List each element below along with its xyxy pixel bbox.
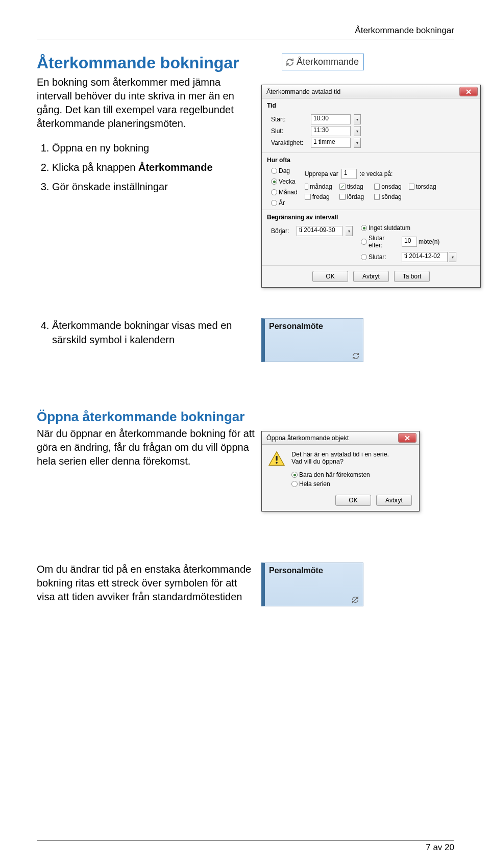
running-header: Återkommande bokningar	[37, 25, 454, 36]
lbl-son: söndag	[381, 193, 401, 200]
page-number: 7 av 20	[37, 843, 454, 853]
steps-list: Öppna en ny bokning Klicka på knappen Åt…	[37, 141, 256, 194]
intro-paragraph: En bokning som återkommer med jämna inte…	[37, 75, 256, 131]
recurring-icon	[352, 352, 360, 360]
label-vecka: Vecka	[279, 178, 296, 185]
chk-lor[interactable]	[339, 194, 346, 200]
lbl-lor: lördag	[347, 193, 364, 200]
radio-nolimit[interactable]	[361, 225, 367, 231]
svg-rect-0	[276, 456, 277, 461]
calendar-event-title: Personalmöte	[269, 322, 360, 331]
calendar-tile-exception[interactable]: Personalmöte	[261, 563, 363, 606]
section-open-heading: Öppna återkommande bokningar	[37, 409, 454, 425]
calendar-tile-recurring[interactable]: Personalmöte	[261, 318, 363, 362]
remove-button[interactable]: Ta bort	[394, 271, 430, 282]
step-4: Återkommande bokningar visas med en särs…	[52, 318, 256, 347]
step-2-bold: Återkommande	[138, 162, 213, 173]
dur-caret[interactable]: ▾	[354, 138, 361, 148]
chk-mon[interactable]	[305, 184, 309, 190]
lbl-efter: Slutar efter:	[369, 235, 400, 249]
chk-ons[interactable]	[374, 184, 380, 190]
ok-button[interactable]: OK	[335, 495, 371, 506]
label-dag: Dag	[279, 167, 290, 174]
chk-tor[interactable]	[409, 184, 414, 190]
lbl-tis: tisdag	[347, 183, 363, 190]
borjar-input[interactable]: ti 2014-09-30	[297, 226, 342, 236]
dialog-msg-1: Det här är en avtalad tid i en serie.	[291, 451, 389, 458]
close-button[interactable]	[459, 87, 478, 96]
slutar-input[interactable]: ti 2014-12-02	[402, 252, 448, 262]
group-tid: Tid	[262, 98, 480, 112]
step-2-pre: Klicka på knappen	[52, 162, 138, 173]
cancel-button[interactable]: Avbryt	[353, 271, 389, 282]
page-title: Återkommande bokningar	[37, 54, 256, 72]
dur-input[interactable]: 1 timme	[311, 138, 351, 148]
lbl-mon: måndag	[310, 183, 332, 190]
borjar-caret[interactable]: ▾	[346, 226, 353, 236]
open-recurring-dialog: Öppna återkommande objekt Det här är e	[261, 431, 420, 512]
slut-caret[interactable]: ▾	[354, 126, 361, 136]
repeat-every-input[interactable]: 1	[341, 169, 357, 179]
slut-label: Slut:	[271, 127, 308, 135]
radio-manad[interactable]	[271, 189, 277, 195]
lbl-ons: onsdag	[381, 183, 401, 190]
lbl-efter-unit: möte(n)	[419, 238, 439, 245]
efter-input[interactable]: 10	[402, 237, 417, 247]
recurring-icon	[285, 58, 295, 67]
step-2: Klicka på knappen Återkommande	[52, 160, 256, 174]
group-hurofta: Hur ofta	[262, 153, 480, 166]
ok-button[interactable]: OK	[312, 271, 348, 282]
radio-slutar[interactable]	[361, 254, 367, 260]
svg-point-1	[276, 462, 278, 464]
step-1: Öppna en ny bokning	[52, 141, 256, 155]
lbl-nolimit: Inget slutdatum	[369, 224, 410, 232]
footer-rule	[37, 840, 454, 840]
dialog-msg-2: Vad vill du öppna?	[291, 458, 389, 465]
lbl-fre: fredag	[312, 193, 330, 200]
dialog-title: Återkommande avtalad tid	[266, 88, 340, 95]
label-manad: Månad	[279, 189, 298, 196]
dialog-title: Öppna återkommande objekt	[266, 435, 349, 442]
slut-input[interactable]: 11:30	[311, 126, 351, 136]
borjar-label: Börjar:	[271, 227, 293, 235]
recurring-ribbon-button[interactable]: Återkommande	[282, 54, 364, 70]
close-button[interactable]	[398, 433, 416, 443]
close-icon	[405, 436, 410, 441]
close-icon	[466, 89, 471, 94]
calendar-event-title: Personalmöte	[269, 566, 360, 575]
opt-series: Hela serien	[299, 480, 330, 488]
upprepa-post: :e vecka på:	[360, 170, 393, 177]
start-input[interactable]: 10:30	[311, 114, 351, 124]
opt-occurrence: Bara den här förekomsten	[299, 471, 370, 478]
start-caret[interactable]: ▾	[354, 114, 361, 124]
radio-occurrence[interactable]	[291, 472, 298, 478]
chk-tis[interactable]	[339, 184, 346, 190]
radio-vecka[interactable]	[271, 178, 277, 185]
start-label: Start:	[271, 116, 308, 123]
radio-ar[interactable]	[271, 200, 277, 206]
cancel-button[interactable]: Avbryt	[376, 495, 412, 506]
section-open-para: När du öppnar en återkommande bokning fö…	[37, 427, 256, 468]
dur-label: Varaktighet:	[271, 139, 308, 146]
chk-fre[interactable]	[305, 194, 311, 200]
radio-efter[interactable]	[361, 239, 367, 245]
slutar-caret[interactable]: ▾	[449, 252, 456, 262]
header-rule	[37, 39, 454, 39]
lbl-slutar: Slutar:	[369, 253, 400, 261]
radio-dag[interactable]	[271, 168, 277, 174]
group-begransning: Begränsning av intervall	[262, 210, 480, 223]
lbl-tor: torsdag	[416, 183, 436, 190]
radio-series[interactable]	[291, 481, 298, 487]
recurrence-dialog: Återkommande avtalad tid Tid Start: 10:3…	[261, 85, 481, 288]
label-ar: År	[279, 199, 285, 207]
warning-icon	[268, 451, 285, 466]
recurring-button-label: Återkommande	[297, 57, 359, 67]
section-exception-para: Om du ändrar tid på en enstaka återkomma…	[37, 563, 256, 604]
upprepa-pre: Upprepa var	[305, 170, 338, 177]
recurring-exception-icon	[351, 596, 360, 604]
chk-son[interactable]	[374, 194, 380, 200]
step-3: Gör önskade inställningar	[52, 180, 256, 194]
